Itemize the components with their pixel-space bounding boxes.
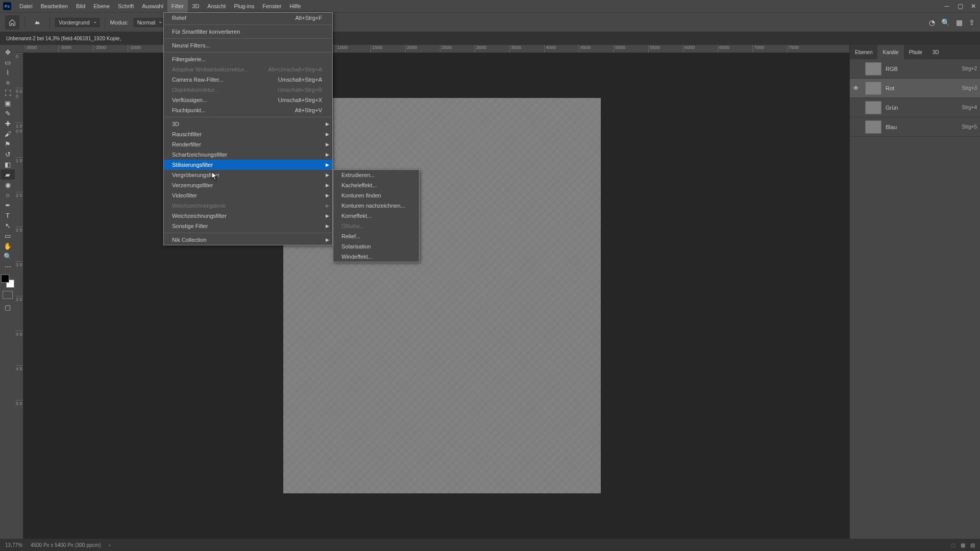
dodge-tool[interactable]: ○	[1, 190, 15, 200]
filter-submenu: Extrudieren...Kacheleffekt...Konturen fi…	[333, 169, 420, 262]
path-tool[interactable]: ↖	[1, 220, 15, 231]
snap-icon[interactable]: ▤	[970, 542, 975, 548]
menu-datei[interactable]: Datei	[15, 0, 37, 12]
gradient-tool[interactable]: ▰	[1, 169, 15, 180]
menu-item[interactable]: Videofilter▶	[164, 190, 332, 201]
grid-icon[interactable]: ▦	[961, 542, 965, 548]
menu-item[interactable]: Kacheleffekt...	[333, 180, 419, 190]
cloud-icon[interactable]: ◔	[929, 18, 935, 27]
options-bar: Vordergrund Modus: Normal Benachbart All…	[0, 12, 980, 32]
frame-tool[interactable]: ▣	[1, 98, 15, 108]
menu-item[interactable]: Scharfzeichnungsfilter▶	[164, 149, 332, 160]
home-button[interactable]	[5, 15, 19, 30]
menu-item: Weichzeichnergalerie▶	[164, 201, 332, 211]
menu-item[interactable]: Für Smartfilter konvertieren	[164, 27, 332, 37]
mode-dropdown[interactable]: Normal	[134, 18, 165, 27]
menu-bild[interactable]: Bild	[72, 0, 89, 12]
menu-item[interactable]: Verzerrungsfilter▶	[164, 180, 332, 190]
menu-ansicht[interactable]: Ansicht	[203, 0, 230, 12]
wand-tool[interactable]: ✧	[1, 78, 15, 88]
stamp-tool[interactable]: ⚑	[1, 139, 15, 149]
channel-row[interactable]: RGBStrg+2	[850, 59, 980, 79]
menu-item[interactable]: Renderfilter▶	[164, 139, 332, 149]
menu-item[interactable]: Solarisation	[333, 241, 419, 252]
menu-item[interactable]: Weichzeichnungsfilter▶	[164, 211, 332, 221]
sync-icon[interactable]: ◌	[951, 542, 955, 548]
eraser-tool[interactable]: ◧	[1, 159, 15, 169]
heal-tool[interactable]: ✚	[1, 118, 15, 129]
more-tools[interactable]: ⋯	[1, 261, 15, 271]
pen-tool[interactable]: ✒	[1, 200, 15, 210]
channel-row[interactable]: 👁RotStrg+3	[850, 79, 980, 98]
screen-mode[interactable]: ▢	[1, 302, 15, 312]
workspace-icon[interactable]: ▦	[956, 18, 963, 27]
doc-info-arrow[interactable]: ›	[109, 542, 110, 548]
menu-item[interactable]: Fluchtpunkt...Alt+Strg+V	[164, 105, 332, 115]
menu-ebene[interactable]: Ebene	[89, 0, 114, 12]
menu-item[interactable]: Konturen finden	[333, 190, 419, 201]
menu-plug-ins[interactable]: Plug-ins	[230, 0, 258, 12]
shape-tool[interactable]: ▭	[1, 231, 15, 241]
color-swatches[interactable]	[1, 274, 14, 288]
maximize-button[interactable]: ▢	[953, 0, 967, 12]
menu-item[interactable]: Stilisierungsfilter▶	[164, 160, 332, 170]
marquee-tool[interactable]: ▭	[1, 57, 15, 67]
menu-item[interactable]: Camera Raw-Filter...Umschalt+Strg+A	[164, 74, 332, 85]
lasso-tool[interactable]: ⌇	[1, 67, 15, 78]
panel-tab-3d[interactable]: 3D	[927, 45, 944, 59]
brush-tool[interactable]: 🖌	[1, 129, 15, 139]
share-icon[interactable]: ⇪	[969, 18, 975, 27]
menu-filter[interactable]: Filter	[167, 0, 188, 12]
blur-tool[interactable]: ◉	[1, 180, 15, 190]
crop-tool[interactable]: ⛶	[1, 88, 15, 98]
channel-thumb	[865, 120, 881, 134]
channel-name: RGB	[886, 66, 958, 72]
channels-panel: EbenenKanälePfade3D RGBStrg+2👁RotStrg+3G…	[849, 45, 980, 539]
doc-info[interactable]: 4500 Px x 5400 Px (300 ppcm)	[31, 542, 101, 548]
channel-shortcut: Strg+5	[962, 124, 977, 130]
menu-item[interactable]: Korneffekt...	[333, 211, 419, 221]
document-tab[interactable]: Unbenannt-2 bei 14,3% (field-406181_1920…	[0, 32, 127, 45]
zoom-level[interactable]: 13,77%	[5, 542, 22, 548]
channel-row[interactable]: GrünStrg+4	[850, 98, 980, 117]
sample-dropdown[interactable]: Vordergrund	[55, 18, 100, 27]
minimize-button[interactable]: ─	[940, 0, 953, 12]
menu-item[interactable]: Verflüssigen...Umschalt+Strg+X	[164, 95, 332, 105]
menu-item[interactable]: Filtergalerie...	[164, 54, 332, 64]
close-button[interactable]: ✕	[967, 0, 980, 12]
channel-thumb	[865, 101, 881, 114]
quick-mask[interactable]	[3, 291, 13, 299]
visibility-icon[interactable]: 👁	[853, 85, 861, 92]
search-icon[interactable]: 🔍	[941, 18, 950, 27]
move-tool[interactable]: ✥	[1, 47, 15, 57]
menu-item[interactable]: Vergröberungsfilter▶	[164, 170, 332, 180]
menu-item[interactable]: Rauschfilter▶	[164, 129, 332, 139]
menu-item[interactable]: Neural Filters...	[164, 40, 332, 51]
menu-hilfe[interactable]: Hilfe	[285, 0, 305, 12]
panel-tab-kanäle[interactable]: Kanäle	[877, 45, 903, 59]
menu-item[interactable]: Windeffekt...	[333, 252, 419, 262]
menu-item[interactable]: Konturen nachzeichnen...	[333, 201, 419, 211]
hand-tool[interactable]: ✋	[1, 241, 15, 251]
menu-item[interactable]: Relief...	[333, 231, 419, 241]
menu-3d[interactable]: 3D	[188, 0, 203, 12]
channel-row[interactable]: BlauStrg+5	[850, 117, 980, 137]
menu-bar: Ps DateiBearbeitenBildEbeneSchriftAuswah…	[0, 0, 980, 12]
menu-auswahl[interactable]: Auswahl	[138, 0, 167, 12]
canvas-area[interactable]: -3500-3000-2500-2000-1500-1000-500050010…	[15, 45, 849, 539]
menu-schrift[interactable]: Schrift	[114, 0, 138, 12]
type-tool[interactable]: T	[1, 210, 15, 220]
history-brush-tool[interactable]: ↺	[1, 149, 15, 159]
zoom-tool[interactable]: 🔍	[1, 251, 15, 261]
menu-item[interactable]: 3D▶	[164, 119, 332, 129]
menu-item[interactable]: Extrudieren...	[333, 170, 419, 180]
menu-bearbeiten[interactable]: Bearbeiten	[37, 0, 72, 12]
eyedropper-tool[interactable]: ✎	[1, 108, 15, 118]
menu-fenster[interactable]: Fenster	[258, 0, 285, 12]
menu-item[interactable]: ReliefAlt+Strg+F	[164, 13, 332, 23]
panel-tab-pfade[interactable]: Pfade	[904, 45, 927, 59]
menu-item[interactable]: Nik Collection▶	[164, 235, 332, 245]
menu-item[interactable]: Sonstige Filter▶	[164, 221, 332, 231]
panel-tab-ebenen[interactable]: Ebenen	[850, 45, 877, 59]
current-tool-icon[interactable]	[30, 15, 44, 30]
